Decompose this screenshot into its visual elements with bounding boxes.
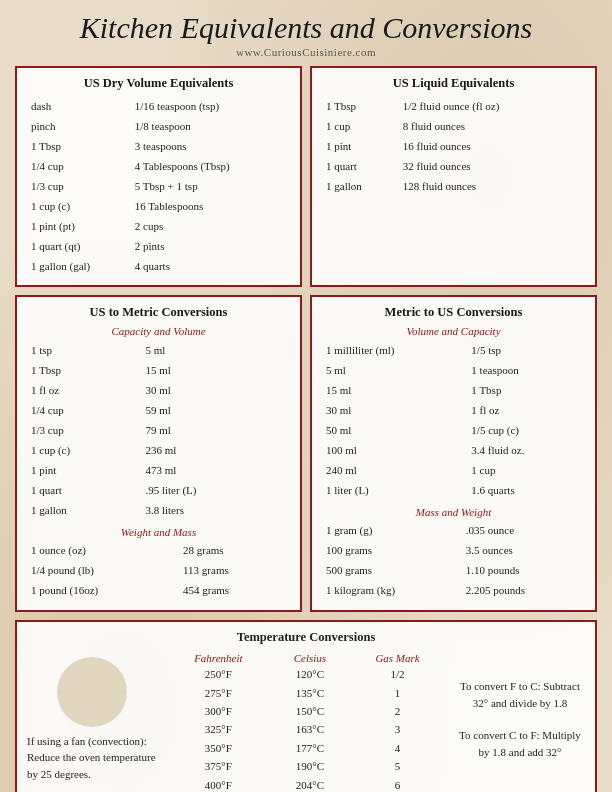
table-cell: 150°C [272,702,348,720]
table-cell: 30 ml [324,402,463,420]
table-cell: 1 quart (qt) [29,238,127,256]
us-to-metric-cap-table: 1 tsp5 ml1 Tbsp15 ml1 fl oz30 ml1/4 cup5… [27,340,290,521]
table-cell: 1 cup (c) [29,442,137,460]
table-cell: 1 fl oz [465,402,583,420]
table-cell: 1/3 cup [29,178,127,196]
table-row: 1/4 pound (lb)113 grams [29,562,288,580]
temperature-section: If using a fan (convection): Reduce the … [15,620,597,792]
table-row: 50 ml1/5 cup (c) [324,422,583,440]
table-row: 1 pint (pt)2 cups [29,218,288,236]
table-row: 1 pound (16oz)454 grams [29,582,288,600]
table-cell: 2 pints [129,238,288,256]
table-row: 100 grams3.5 ounces [324,542,583,560]
table-row: dash1/16 teaspoon (tsp) [29,98,288,116]
table-cell: 2 [348,702,447,720]
table-cell: 400°F [165,776,272,792]
table-cell: 1 pint (pt) [29,218,127,236]
table-cell: 1 gallon [29,502,137,520]
table-row: 1 gram (g).035 ounce [324,522,583,540]
table-cell: 1 cup (c) [29,198,127,216]
table-cell: 15 ml [139,362,288,380]
table-row: 1 quart.95 liter (L) [29,482,288,500]
table-cell: 236 ml [139,442,288,460]
metric-to-us-title: Metric to US Conversions [322,305,585,320]
table-cell: 1 Tbsp [29,138,127,156]
table-cell: 1 tsp [29,342,137,360]
table-cell: 1 Tbsp [29,362,137,380]
table-cell: 1 liter (L) [324,482,463,500]
us-to-metric-wt-table: 1 ounce (oz)28 grams1/4 pound (lb)113 gr… [27,540,290,602]
table-cell: 135°C [272,684,348,702]
metric-to-us-wt-subtitle: Mass and Weight [322,506,585,518]
table-cell: 6 [348,776,447,792]
metric-to-us-cap-table: 1 milliliter (ml)1/5 tsp5 ml1 teaspoon15… [322,340,585,502]
table-cell: 4 Tablespoons (Tbsp) [129,158,288,176]
temperature-table: Fahrenheit Celsius Gas Mark 250°F120°C1/… [165,650,447,792]
table-row: 1 Tbsp1/2 fluid ounce (fl oz) [324,98,583,116]
table-cell: 5 Tbsp + 1 tsp [129,178,288,196]
table-cell: 1/4 cup [29,402,137,420]
table-cell: 100 ml [324,442,463,460]
metric-to-us-card: Metric to US Conversions Volume and Capa… [310,295,597,611]
table-cell: 1.6 quarts [465,482,583,500]
table-row: 1 liter (L)1.6 quarts [324,482,583,500]
table-cell: 1 teaspoon [465,362,583,380]
liquid-equiv-table: 1 Tbsp1/2 fluid ounce (fl oz)1 cup8 flui… [322,96,585,198]
table-row: 1/3 cup5 Tbsp + 1 tsp [29,178,288,196]
table-cell: 1/5 tsp [465,342,583,360]
dry-volume-table: dash1/16 teaspoon (tsp)pinch1/8 teaspoon… [27,96,290,277]
table-cell: 1 quart [324,158,395,176]
table-cell: 59 ml [139,402,288,420]
metric-to-us-wt-table: 1 gram (g).035 ounce100 grams3.5 ounces5… [322,520,585,602]
us-to-metric-wt-subtitle: Weight and Mass [27,526,290,538]
table-cell: 3.8 liters [139,502,288,520]
table-cell: pinch [29,118,127,136]
table-cell: 1 ounce (oz) [29,542,175,560]
table-cell: 16 Tablespoons [129,198,288,216]
table-cell: 1 Tbsp [465,382,583,400]
table-cell: 1/8 teaspoon [129,118,288,136]
table-cell: 4 [348,739,447,757]
table-cell: 1/2 fluid ounce (fl oz) [397,98,583,116]
table-row: 275°F135°C1 [165,684,447,702]
table-cell: 128 fluid ounces [397,178,583,196]
table-cell: 1 gallon (gal) [29,258,127,276]
table-row: pinch1/8 teaspoon [29,118,288,136]
temperature-table-section: Temperature Conversions Fahrenheit Celsi… [165,630,447,792]
table-cell: 1/4 pound (lb) [29,562,175,580]
temperature-title: Temperature Conversions [165,630,447,645]
table-row: 100 ml3.4 fluid oz. [324,442,583,460]
dry-volume-card: US Dry Volume Equivalents dash1/16 teasp… [15,66,302,287]
table-cell: 5 [348,758,447,776]
table-cell: 1/16 teaspoon (tsp) [129,98,288,116]
table-row: 350°F177°C4 [165,739,447,757]
table-cell: 1 pint [29,462,137,480]
table-row: 1 Tbsp3 teaspoons [29,138,288,156]
table-cell: 300°F [165,702,272,720]
table-cell: 473 ml [139,462,288,480]
table-cell: 2.205 pounds [460,582,583,600]
us-to-metric-title: US to Metric Conversions [27,305,290,320]
table-cell: 79 ml [139,422,288,440]
table-row: 1 Tbsp15 ml [29,362,288,380]
table-row: 1 tsp5 ml [29,342,288,360]
table-cell: 1 cup [465,462,583,480]
table-row: 400°F204°C6 [165,776,447,792]
table-cell: 1/2 [348,666,447,684]
table-row: 250°F120°C1/2 [165,666,447,684]
table-cell: 113 grams [177,562,288,580]
table-row: 15 ml1 Tbsp [324,382,583,400]
table-row: 325°F163°C3 [165,721,447,739]
table-cell: 1 pound (16oz) [29,582,175,600]
conversion-formulas: To convert F to C: Subtract 32° and divi… [455,630,585,792]
table-cell: 15 ml [324,382,463,400]
table-row: 1 cup8 fluid ounces [324,118,583,136]
table-row: 240 ml1 cup [324,462,583,480]
us-to-metric-card: US to Metric Conversions Capacity and Vo… [15,295,302,611]
table-cell: 250°F [165,666,272,684]
table-row: 1 gallon3.8 liters [29,502,288,520]
table-cell: 16 fluid ounces [397,138,583,156]
us-to-metric-cap-subtitle: Capacity and Volume [27,325,290,337]
fan-note-section: If using a fan (convection): Reduce the … [27,630,157,792]
table-cell: 8 fluid ounces [397,118,583,136]
